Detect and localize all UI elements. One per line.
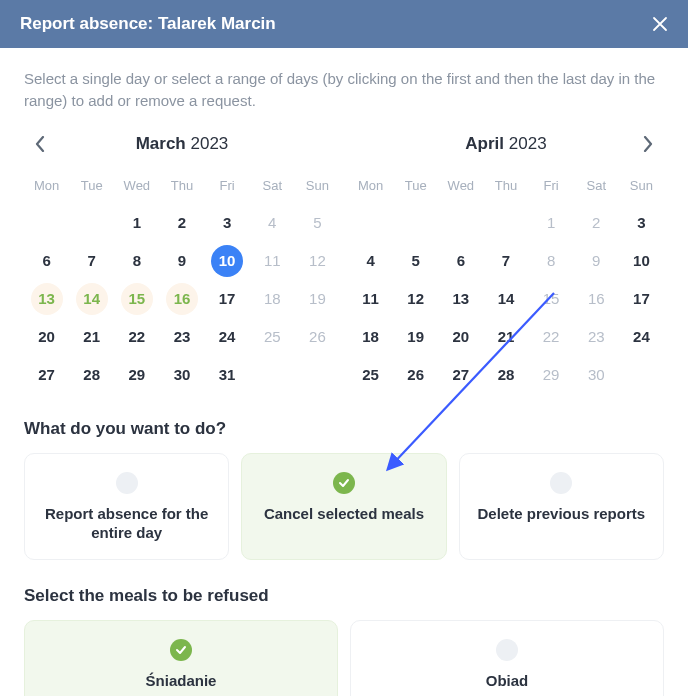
calendar-right-grid: MonTueWedThuFriSatSun1234567891011121314… bbox=[348, 172, 664, 393]
calendar-day[interactable]: 9 bbox=[574, 243, 619, 279]
calendar-day[interactable]: 30 bbox=[574, 357, 619, 393]
calendar-day[interactable]: 12 bbox=[393, 281, 438, 317]
action-options: Report absence for the entire dayCancel … bbox=[24, 453, 664, 560]
calendar-day[interactable]: 19 bbox=[295, 281, 340, 317]
calendar-day[interactable]: 29 bbox=[114, 357, 159, 393]
calendar-right-year: 2023 bbox=[509, 134, 547, 153]
calendar-day[interactable]: 1 bbox=[114, 205, 159, 241]
calendar-day[interactable]: 5 bbox=[295, 205, 340, 241]
calendar-day[interactable]: 25 bbox=[250, 319, 295, 355]
calendar-day[interactable]: 23 bbox=[159, 319, 204, 355]
calendar-day[interactable]: 13 bbox=[24, 281, 69, 317]
calendar-day[interactable]: 4 bbox=[250, 205, 295, 241]
modal-body: Select a single day or select a range of… bbox=[0, 48, 688, 696]
calendar-day[interactable]: 2 bbox=[159, 205, 204, 241]
calendar-day[interactable]: 10 bbox=[619, 243, 664, 279]
calendar-day[interactable]: 4 bbox=[348, 243, 393, 279]
calendar-day[interactable]: 9 bbox=[159, 243, 204, 279]
close-icon[interactable] bbox=[652, 16, 668, 32]
calendar-day[interactable]: 25 bbox=[348, 357, 393, 393]
calendar-day[interactable]: 14 bbox=[69, 281, 114, 317]
modal: Report absence: Talarek Marcin Select a … bbox=[0, 0, 688, 696]
meal-option-label: Obiad bbox=[367, 671, 647, 691]
calendar-dow: Tue bbox=[69, 172, 114, 203]
calendar-dow: Sat bbox=[250, 172, 295, 203]
calendar-day[interactable]: 7 bbox=[483, 243, 528, 279]
calendar-empty-cell bbox=[24, 205, 69, 241]
action-option-label: Report absence for the entire day bbox=[41, 504, 212, 543]
calendar-day[interactable]: 6 bbox=[24, 243, 69, 279]
calendar-day[interactable]: 20 bbox=[24, 319, 69, 355]
instructions-text: Select a single day or select a range of… bbox=[24, 68, 664, 112]
calendar-left-grid: MonTueWedThuFriSatSun1234567891011121314… bbox=[24, 172, 340, 393]
calendar-dow: Fri bbox=[205, 172, 250, 203]
modal-title: Report absence: Talarek Marcin bbox=[20, 14, 276, 34]
next-month-button[interactable] bbox=[638, 130, 658, 158]
calendar-day[interactable]: 10 bbox=[205, 243, 250, 279]
modal-header: Report absence: Talarek Marcin bbox=[0, 0, 688, 48]
calendar-day[interactable]: 8 bbox=[529, 243, 574, 279]
calendar-day[interactable]: 8 bbox=[114, 243, 159, 279]
calendar-day[interactable]: 27 bbox=[24, 357, 69, 393]
calendar-day[interactable]: 1 bbox=[529, 205, 574, 241]
check-icon bbox=[333, 472, 355, 494]
meal-option-card[interactable]: Obiad bbox=[350, 620, 664, 697]
calendar-right: April 2023 MonTueWedThuFriSatSun12345678… bbox=[348, 130, 664, 393]
calendar-empty-cell bbox=[69, 205, 114, 241]
calendar-day[interactable]: 17 bbox=[619, 281, 664, 317]
calendar-day[interactable]: 3 bbox=[205, 205, 250, 241]
calendar-empty-cell bbox=[438, 205, 483, 241]
action-option-label: Delete previous reports bbox=[476, 504, 647, 524]
calendar-day[interactable]: 24 bbox=[205, 319, 250, 355]
calendar-day[interactable]: 7 bbox=[69, 243, 114, 279]
calendar-day[interactable]: 16 bbox=[574, 281, 619, 317]
action-option-card[interactable]: Delete previous reports bbox=[459, 453, 664, 560]
calendar-day[interactable]: 11 bbox=[348, 281, 393, 317]
calendar-day[interactable]: 13 bbox=[438, 281, 483, 317]
calendar-day[interactable]: 19 bbox=[393, 319, 438, 355]
calendar-day[interactable]: 20 bbox=[438, 319, 483, 355]
calendar-day[interactable]: 2 bbox=[574, 205, 619, 241]
calendar-day[interactable]: 22 bbox=[529, 319, 574, 355]
calendar-day[interactable]: 26 bbox=[393, 357, 438, 393]
calendar-left-month: March bbox=[136, 134, 186, 153]
calendar-day[interactable]: 6 bbox=[438, 243, 483, 279]
calendar-dow: Sun bbox=[295, 172, 340, 203]
calendar-day[interactable]: 12 bbox=[295, 243, 340, 279]
calendar-day[interactable]: 23 bbox=[574, 319, 619, 355]
calendar-day[interactable]: 17 bbox=[205, 281, 250, 317]
action-option-card[interactable]: Report absence for the entire day bbox=[24, 453, 229, 560]
calendar-day[interactable]: 28 bbox=[69, 357, 114, 393]
radio-unchecked-icon bbox=[550, 472, 572, 494]
calendar-day[interactable]: 31 bbox=[205, 357, 250, 393]
calendar-dow: Thu bbox=[159, 172, 204, 203]
calendar-empty-cell bbox=[393, 205, 438, 241]
calendar-day[interactable]: 24 bbox=[619, 319, 664, 355]
calendar-day[interactable]: 21 bbox=[483, 319, 528, 355]
calendar-day[interactable]: 16 bbox=[159, 281, 204, 317]
calendar-day[interactable]: 18 bbox=[250, 281, 295, 317]
calendar-day[interactable]: 3 bbox=[619, 205, 664, 241]
calendar-day[interactable]: 22 bbox=[114, 319, 159, 355]
calendar-day[interactable]: 18 bbox=[348, 319, 393, 355]
calendar-empty-cell bbox=[348, 205, 393, 241]
calendar-left-title: March 2023 bbox=[136, 134, 229, 154]
prev-month-button[interactable] bbox=[30, 130, 50, 158]
calendar-day[interactable]: 26 bbox=[295, 319, 340, 355]
meals-section-title: Select the meals to be refused bbox=[24, 586, 664, 606]
action-option-card[interactable]: Cancel selected meals bbox=[241, 453, 446, 560]
calendar-empty-cell bbox=[483, 205, 528, 241]
calendar-day[interactable]: 21 bbox=[69, 319, 114, 355]
calendar-day[interactable]: 11 bbox=[250, 243, 295, 279]
calendar-day[interactable]: 5 bbox=[393, 243, 438, 279]
calendar-dow: Mon bbox=[348, 172, 393, 203]
calendar-day[interactable]: 28 bbox=[483, 357, 528, 393]
calendar-day[interactable]: 14 bbox=[483, 281, 528, 317]
calendar-day[interactable]: 15 bbox=[114, 281, 159, 317]
calendar-day[interactable]: 15 bbox=[529, 281, 574, 317]
calendar-day[interactable]: 27 bbox=[438, 357, 483, 393]
calendar-day[interactable]: 29 bbox=[529, 357, 574, 393]
meal-option-card[interactable]: Śniadanie bbox=[24, 620, 338, 697]
calendar-dow: Tue bbox=[393, 172, 438, 203]
calendar-day[interactable]: 30 bbox=[159, 357, 204, 393]
